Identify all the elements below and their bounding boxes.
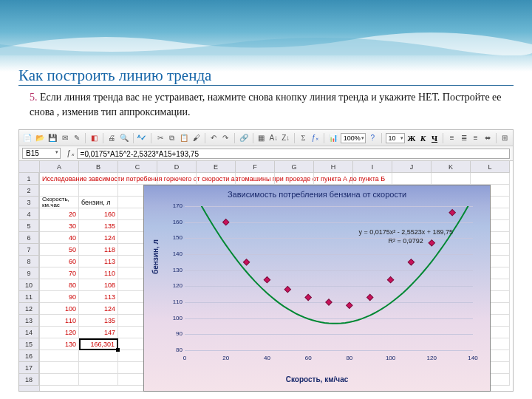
column-header[interactable]: H [314,161,353,173]
row-header[interactable]: 15 [19,338,39,350]
link-icon[interactable]: 🔗 [239,132,249,144]
chart-icon[interactable]: 📊 [328,132,338,144]
cell[interactable]: 118 [79,244,118,256]
copy-icon[interactable]: ⧉ [167,132,177,144]
row-header[interactable]: 8 [19,256,39,267]
cell[interactable] [392,173,432,185]
cell[interactable]: 135 [79,220,118,232]
help-icon[interactable]: ? [368,132,378,144]
embedded-chart[interactable]: Зависимость потребления бензина от скоро… [143,185,491,392]
cell[interactable]: 40 [40,232,79,244]
sum-icon[interactable]: Σ [299,132,308,144]
cell[interactable]: 113 [79,256,118,267]
cell[interactable] [157,173,197,185]
column-header[interactable]: A [40,161,79,173]
align-center-icon[interactable]: ≣ [459,132,468,144]
cell[interactable]: 160 [79,208,118,220]
row-header[interactable]: 17 [19,362,39,374]
open-icon[interactable]: 📂 [35,132,45,144]
cell[interactable]: 147 [79,327,118,338]
column-header[interactable]: J [392,161,432,173]
merge-icon[interactable]: ⬌ [482,132,492,144]
column-header[interactable]: I [353,161,392,173]
save-icon[interactable]: 💾 [47,132,58,144]
row-header[interactable]: 16 [19,350,39,362]
column-header[interactable]: B [79,161,118,173]
cell[interactable] [40,185,79,197]
row-header[interactable]: 1 [19,173,39,185]
cell[interactable]: Исследование завсимости потребения горюч… [40,173,79,185]
column-header[interactable]: D [157,161,197,173]
pdf-icon[interactable]: ◧ [89,132,99,144]
cell[interactable] [275,173,314,185]
fx-label[interactable]: ƒₓ [66,149,74,157]
align-right-icon[interactable]: ≡ [471,132,480,144]
cell[interactable]: 70 [40,267,79,279]
cell[interactable]: 20 [40,208,79,220]
redo-icon[interactable]: ↷ [221,132,231,144]
cell[interactable] [197,173,236,185]
cell[interactable]: 135 [79,315,118,327]
name-box[interactable]: B15 [22,148,61,159]
row-header[interactable]: 2 [19,185,39,197]
print-icon[interactable]: 🖨 [107,132,117,144]
cell[interactable] [79,374,118,386]
cell[interactable]: 110 [40,315,79,327]
cell[interactable]: 124 [79,303,118,315]
zoom-select[interactable]: 100% [341,133,366,143]
row-header[interactable]: 14 [19,327,39,338]
cell[interactable]: бензин, л [79,197,118,208]
cell[interactable] [118,173,157,185]
cell[interactable]: 50 [40,244,79,256]
table-icon[interactable]: ▦ [256,132,266,144]
select-all-corner[interactable] [19,161,40,173]
cell[interactable] [471,173,510,185]
italic-button[interactable]: К [418,134,428,143]
fontsize-select[interactable]: 10 [386,133,405,143]
cell[interactable]: 120 [40,327,79,338]
new-icon[interactable]: 📄 [22,132,33,144]
row-header[interactable]: 3 [19,197,39,208]
cell[interactable] [236,173,275,185]
cell[interactable]: 90 [40,291,79,303]
mail-icon[interactable]: ✉ [60,132,69,144]
edit-icon[interactable]: ✎ [72,132,81,144]
sort-asc-icon[interactable]: A↓ [268,132,279,144]
row-header[interactable]: 18 [19,374,39,386]
cell[interactable] [40,374,79,386]
cell[interactable] [79,185,118,197]
column-header[interactable]: C [118,161,157,173]
formula-input[interactable]: =0,0175*A15^2-2,5323*A15+193,75 [77,149,510,159]
cell[interactable] [79,350,118,362]
fx-icon[interactable]: ƒₓ [310,132,320,144]
fill-handle[interactable] [116,348,120,352]
brush-icon[interactable]: 🖌 [191,132,201,144]
underline-button[interactable]: Ч [430,134,440,143]
column-header[interactable]: G [275,161,314,173]
cell[interactable]: 166,301 [79,338,118,350]
row-header[interactable]: 5 [19,220,39,232]
undo-icon[interactable]: ↶ [209,132,219,144]
cut-icon[interactable]: ✂ [155,132,165,144]
cell[interactable]: 108 [79,279,118,291]
row-header[interactable]: 12 [19,303,39,315]
cell[interactable]: 60 [40,256,79,267]
row-header[interactable]: 4 [19,208,39,220]
preview-icon[interactable]: 🔍 [119,132,129,144]
cell[interactable] [314,173,353,185]
row-header[interactable]: 13 [19,315,39,327]
cell[interactable] [432,173,471,185]
row-header[interactable]: 10 [19,279,39,291]
cell[interactable] [79,173,118,185]
row-header[interactable]: 11 [19,291,39,303]
row-header[interactable]: 9 [19,267,39,279]
currency-icon[interactable]: ⊞ [500,132,510,144]
column-header[interactable]: F [236,161,275,173]
cell[interactable]: Скорость,км.час [40,197,79,208]
cell[interactable]: 130 [40,338,79,350]
cell[interactable] [40,350,79,362]
bold-button[interactable]: Ж [407,134,417,143]
cell[interactable]: 113 [79,291,118,303]
align-left-icon[interactable]: ≡ [447,132,457,144]
column-header[interactable]: E [197,161,236,173]
